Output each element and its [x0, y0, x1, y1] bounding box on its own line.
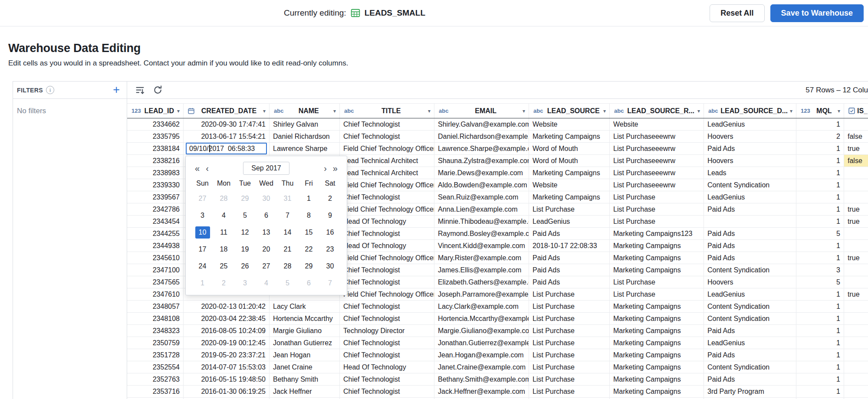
cell-lead_source_d[interactable]: Paid Ads: [704, 252, 796, 264]
cell-created_date[interactable]: 2020-09-19 00:12:45: [184, 337, 270, 349]
cell-is_[interactable]: [844, 361, 868, 373]
cell-mql[interactable]: 1: [796, 118, 844, 130]
cell-email[interactable]: Lacy.Clark@example.com: [434, 301, 529, 312]
cell-lead_id[interactable]: 2347100: [127, 264, 184, 276]
cell-lead_source_r[interactable]: List Purchase: [610, 276, 704, 288]
cell-lead_source_r[interactable]: Marketing Campaigns: [610, 349, 704, 361]
cell-lead_source[interactable]: List Purchase: [529, 203, 610, 215]
cell-email[interactable]: Jack.Heffner@example.com: [434, 386, 529, 397]
cell-lead_source_d[interactable]: Leads: [704, 167, 796, 179]
cell-is_[interactable]: [844, 301, 868, 312]
sort-filter-button[interactable]: [135, 85, 145, 95]
cell-lead_source[interactable]: List Purchase: [529, 325, 610, 337]
cell-lead_id[interactable]: 2339567: [127, 191, 184, 203]
cell-title[interactable]: Head Of Technology: [340, 216, 434, 227]
calendar-day-selected[interactable]: 10: [192, 224, 213, 241]
calendar-day[interactable]: 17: [192, 241, 213, 258]
cell-lead_id[interactable]: 2347565: [127, 276, 184, 288]
cell-title[interactable]: Chief Technologist: [340, 349, 434, 361]
cell-is_[interactable]: [844, 337, 868, 349]
save-to-warehouse-button[interactable]: Save to Warehouse: [770, 4, 864, 22]
cell-mql[interactable]: 1: [796, 191, 844, 203]
cell-lead_source_d[interactable]: Paid Ads: [704, 373, 796, 385]
cell-name[interactable]: Shirley Galvan: [270, 118, 340, 130]
calendar-day[interactable]: 24: [192, 258, 213, 275]
column-header-lead_source_r[interactable]: abcLEAD_SOURCE_R...▾: [610, 104, 704, 118]
cell-lead_source_d[interactable]: Content Syndication: [704, 264, 796, 276]
cell-email[interactable]: Hortencia.Mccarthy@example.com: [434, 313, 529, 324]
cell-lead_source_d[interactable]: Paid Ads: [704, 203, 796, 215]
cell-name[interactable]: Bethany Smith: [270, 373, 340, 385]
refresh-button[interactable]: [153, 85, 163, 95]
cell-created_date[interactable]: 2020-02-13 01:20:42: [184, 301, 270, 312]
cell-title[interactable]: Chief Technologist: [340, 386, 434, 397]
cell-is_[interactable]: false: [844, 131, 868, 142]
calendar-day[interactable]: 26: [234, 258, 256, 275]
cell-lead_source_d[interactable]: Content Syndication: [704, 361, 796, 373]
cell-created_date[interactable]: 2013-06-17 15:54:21: [184, 131, 270, 142]
cell-mql[interactable]: 2: [796, 131, 844, 142]
calendar-day[interactable]: 6: [256, 207, 277, 224]
chevron-down-icon[interactable]: ▾: [263, 108, 266, 114]
cell-lead_source_d[interactable]: LeadGenius: [704, 288, 796, 300]
cell-email[interactable]: Minnie.Thibodeau@example.com: [434, 216, 529, 227]
calendar-day[interactable]: 25: [213, 258, 234, 275]
calendar-day[interactable]: 14: [277, 224, 298, 241]
cell-mql[interactable]: 1: [796, 373, 844, 385]
cell-is_[interactable]: [844, 373, 868, 385]
cell-email[interactable]: Jonathan.Gutierrez@example.com: [434, 337, 529, 349]
cell-lead_source[interactable]: Marketing Campaigns: [529, 167, 610, 179]
calendar-day[interactable]: 16: [319, 224, 341, 241]
chevron-down-icon[interactable]: ▾: [790, 108, 792, 114]
cell-mql[interactable]: 1: [796, 349, 844, 361]
cell-title[interactable]: Lead Technical Architect: [340, 155, 434, 167]
cell-lead_source[interactable]: List Purchase: [529, 288, 610, 300]
cell-lead_id[interactable]: 2348057: [127, 301, 184, 312]
calendar-day[interactable]: 1: [298, 190, 319, 207]
calendar-day[interactable]: 15: [298, 224, 319, 241]
calendar-day[interactable]: 29: [234, 190, 256, 207]
cell-lead_id[interactable]: 2353716: [127, 386, 184, 397]
cell-lead_source_d[interactable]: LeadGenius: [704, 191, 796, 203]
cell-mql[interactable]: 1: [796, 301, 844, 312]
calendar-last-button[interactable]: »: [330, 164, 341, 173]
cell-lead_source_d[interactable]: Paid Ads: [704, 240, 796, 252]
cell-title[interactable]: Chief Technologist: [340, 191, 434, 203]
cell-lead_source[interactable]: Paid Ads: [529, 264, 610, 276]
calendar-day[interactable]: 30: [319, 258, 341, 275]
cell-name[interactable]: Lacy Clark: [270, 301, 340, 312]
chevron-down-icon[interactable]: ▾: [838, 108, 840, 114]
cell-mql[interactable]: 1: [796, 143, 844, 154]
cell-lead_id[interactable]: 2338184: [127, 143, 184, 154]
calendar-day[interactable]: 1: [192, 275, 213, 291]
cell-title[interactable]: Field Chief Technology Officer: [340, 288, 434, 300]
cell-lead_source_r[interactable]: Marketing Campaigns: [610, 325, 704, 337]
cell-lead_id[interactable]: 2335795: [127, 131, 184, 142]
calendar-day[interactable]: 5: [277, 275, 298, 291]
cell-lead_source[interactable]: List Purchase: [529, 337, 610, 349]
cell-name[interactable]: Hortencia Mccarthy: [270, 313, 340, 324]
cell-lead_source[interactable]: List Purchase: [529, 349, 610, 361]
cell-lead_source_r[interactable]: Marketing Campaigns: [610, 240, 704, 252]
cell-lead_source_r[interactable]: List Purchase: [610, 203, 704, 215]
cell-lead_source_r[interactable]: List Purchaseeewrw: [610, 167, 704, 179]
calendar-day[interactable]: 30: [256, 190, 277, 207]
cell-lead_source_d[interactable]: LeadGenius: [704, 118, 796, 130]
cell-lead_source_r[interactable]: Marketing Campaigns123: [610, 228, 704, 239]
chevron-down-icon[interactable]: ▾: [177, 108, 180, 114]
calendar-day[interactable]: 20: [256, 241, 277, 258]
cell-lead_source_d[interactable]: Content Syndication: [704, 313, 796, 324]
calendar-day[interactable]: 2: [213, 275, 234, 291]
cell-is_[interactable]: [844, 325, 868, 337]
column-header-email[interactable]: abcEMAIL▾: [434, 104, 529, 118]
cell-lead_source_d[interactable]: Hoovers: [704, 276, 796, 288]
cell-lead_source_r[interactable]: Marketing Campaigns: [610, 252, 704, 264]
cell-title[interactable]: Field Chief Technology Officer: [340, 203, 434, 215]
cell-is_[interactable]: [844, 191, 868, 203]
cell-lead_source_d[interactable]: Hoovers: [704, 131, 796, 142]
calendar-day[interactable]: 4: [213, 207, 234, 224]
cell-lead_id[interactable]: 2347610: [127, 288, 184, 300]
cell-title[interactable]: Chief Technologist: [340, 337, 434, 349]
chevron-down-icon[interactable]: ▾: [603, 108, 606, 114]
column-header-mql[interactable]: 123MQL▾: [796, 104, 844, 118]
